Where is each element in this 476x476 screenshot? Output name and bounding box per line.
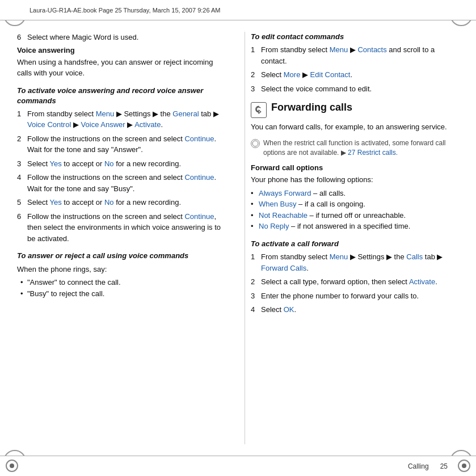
edit-step-1-text: From standby select Menu ▶ Contacts and …: [261, 44, 459, 66]
note-link: 27 Restrict calls.: [348, 149, 398, 157]
option-when-busy: When Busy – if a call is ongoing.: [251, 199, 459, 210]
footer-ornament-right: [458, 460, 470, 472]
left-column: 6 Select where Magic Word is used. Voice…: [17, 32, 231, 444]
edit-step-1-link-contacts: Contacts: [357, 45, 386, 54]
step-2-link-continue: Continue: [184, 134, 214, 143]
page-number: 25: [440, 462, 448, 470]
edit-step-2: 2 Select More ▶ Edit Contact.: [251, 69, 459, 81]
forwarding-icon-svg: [254, 105, 264, 115]
right-column: To edit contact commands 1 From standby …: [245, 32, 459, 444]
step-6: 6 Follow the instructions on the screen …: [17, 211, 225, 245]
step-1-text: From standby select Menu ▶ Settings ▶ th…: [27, 108, 225, 130]
note-icon-svg: [252, 140, 259, 147]
bullet-busy: "Busy" to reject the call.: [20, 288, 225, 300]
voice-answering-heading: Voice answering: [17, 46, 225, 54]
edit-step-1-num: 1: [251, 44, 259, 56]
fwd-step-2-link-activate: Activate: [409, 277, 435, 286]
edit-step-1-link-menu: Menu: [330, 45, 348, 54]
step-3-text: Select Yes to accept or No for a new rec…: [27, 158, 225, 170]
step-3: 3 Select Yes to accept or No for a new r…: [17, 158, 225, 170]
option-always-forward-name: Always Forward: [259, 189, 311, 197]
svg-point-0: [252, 141, 258, 146]
step-3-link-yes: Yes: [50, 159, 62, 168]
option-not-reachable: Not Reachable – if turned off or unreach…: [251, 210, 459, 221]
forwarding-body: You can forward calls, for example, to a…: [251, 121, 459, 133]
edit-step-2-link-editcontact: Edit Contact: [310, 70, 351, 79]
edit-step-3: 3 Select the voice command to edit.: [251, 83, 459, 95]
fwd-step-2: 2 Select a call type, forward option, th…: [251, 276, 459, 288]
step-4-num: 4: [17, 172, 25, 183]
fwd-step-1-num: 1: [251, 251, 259, 263]
edit-step-3-text: Select the voice command to edit.: [261, 83, 459, 95]
reject-proc-bullets: "Answer" to connect the call. "Busy" to …: [20, 277, 225, 299]
fwd-step-4-num: 4: [251, 304, 259, 315]
option-no-reply-name: No Reply: [259, 222, 289, 230]
step-2: 2 Follow the instructions on the screen …: [17, 133, 225, 155]
voice-answering-body: When using a handsfree, you can answer o…: [17, 57, 225, 79]
fwd-step-2-text: Select a call type, forward option, then…: [261, 276, 459, 288]
step-2-num: 2: [17, 133, 25, 145]
option-when-busy-name: When Busy: [259, 200, 296, 208]
fwd-step-1-link-forwardcalls: Forward Calls: [261, 264, 306, 272]
fwd-step-1-link-calls: Calls: [406, 252, 423, 261]
edit-step-1: 1 From standby select Menu ▶ Contacts an…: [251, 44, 459, 66]
step-6-num: 6: [17, 211, 25, 222]
section-label: Calling: [408, 462, 429, 470]
header-bar: Laura-UG-R1A-AE.book Page 25 Thursday, M…: [0, 0, 476, 20]
main-content: 6 Select where Magic Word is used. Voice…: [0, 20, 476, 456]
bullet-answer: "Answer" to connect the call.: [20, 277, 225, 288]
edit-step-2-link-more: More: [284, 70, 301, 79]
step-5-num: 5: [17, 197, 25, 208]
step-5-text: Select Yes to accept or No for a new rec…: [27, 197, 225, 208]
footer-ornament-left: [6, 460, 18, 472]
fwd-step-4-text: Select OK.: [261, 304, 459, 315]
fwd-step-1: 1 From standby select Menu ▶ Settings ▶ …: [251, 251, 459, 273]
intro-step: 6 Select where Magic Word is used.: [17, 32, 225, 43]
edit-contact-proc-heading: To edit contact commands: [251, 32, 459, 42]
edit-step-3-num: 3: [251, 83, 259, 95]
step-5: 5 Select Yes to accept or No for a new r…: [17, 197, 225, 208]
note-box: When the restrict call function is activ…: [251, 138, 459, 158]
fwd-step-3-num: 3: [251, 290, 259, 302]
footer-bar: Calling 25: [0, 456, 476, 476]
fwd-step-4: 4 Select OK.: [251, 304, 459, 315]
edit-step-2-num: 2: [251, 69, 259, 81]
edit-contact-steps: 1 From standby select Menu ▶ Contacts an…: [251, 44, 459, 94]
option-always-forward: Always Forward – all calls.: [251, 188, 459, 199]
fwd-step-1-link-menu: Menu: [330, 252, 348, 261]
page: Laura-UG-R1A-AE.book Page 25 Thursday, M…: [0, 0, 476, 476]
step-5-link-yes: Yes: [50, 198, 62, 207]
reject-proc-heading: To answer or reject a call using voice c…: [17, 251, 225, 261]
fwd-step-1-text: From standby select Menu ▶ Settings ▶ th…: [261, 251, 459, 273]
step-1-link-menu: Menu: [96, 109, 115, 118]
step-4-text: Follow the instructions on the screen an…: [27, 172, 225, 194]
activate-proc-heading: To activate voice answering and record v…: [17, 86, 225, 106]
step-4-link-continue: Continue: [184, 173, 214, 182]
fwd-step-3: 3 Enter the phone number to forward your…: [251, 290, 459, 302]
reject-proc-body: When the phone rings, say:: [17, 264, 225, 275]
forward-options-list: Always Forward – all calls. When Busy – …: [251, 188, 459, 232]
forward-options-heading: Forward call options: [251, 163, 459, 172]
option-not-reachable-name: Not Reachable: [259, 211, 307, 220]
fwd-step-4-link-ok: OK: [284, 305, 294, 314]
step-3-num: 3: [17, 158, 25, 170]
forwarding-section-header: Forwarding calls: [251, 101, 459, 118]
note-text: When the restrict call function is activ…: [263, 138, 459, 158]
fwd-step-2-num: 2: [251, 276, 259, 288]
step-1-num: 1: [17, 108, 25, 120]
activate-forward-steps: 1 From standby select Menu ▶ Settings ▶ …: [251, 251, 459, 315]
footer-page-info: Calling 25: [408, 462, 448, 470]
intro-step-number: 6: [17, 32, 25, 43]
note-icon: [251, 139, 260, 148]
header-text: Laura-UG-R1A-AE.book Page 25 Thursday, M…: [30, 7, 221, 14]
step-1: 1 From standby select Menu ▶ Settings ▶ …: [17, 108, 225, 130]
forwarding-title: Forwarding calls: [271, 101, 352, 114]
intro-step-text: Select where Magic Word is used.: [27, 32, 225, 43]
forwarding-icon: [251, 102, 267, 118]
step-6-link-continue: Continue: [184, 212, 214, 221]
step-6-text: Follow the instructions on the screen an…: [27, 211, 225, 245]
step-3-link-no: No: [104, 159, 114, 168]
activate-forward-proc-heading: To activate a call forward: [251, 239, 459, 249]
option-no-reply: No Reply – if not answered in a specifie…: [251, 221, 459, 232]
step-1-link-activate: Activate: [134, 120, 161, 129]
